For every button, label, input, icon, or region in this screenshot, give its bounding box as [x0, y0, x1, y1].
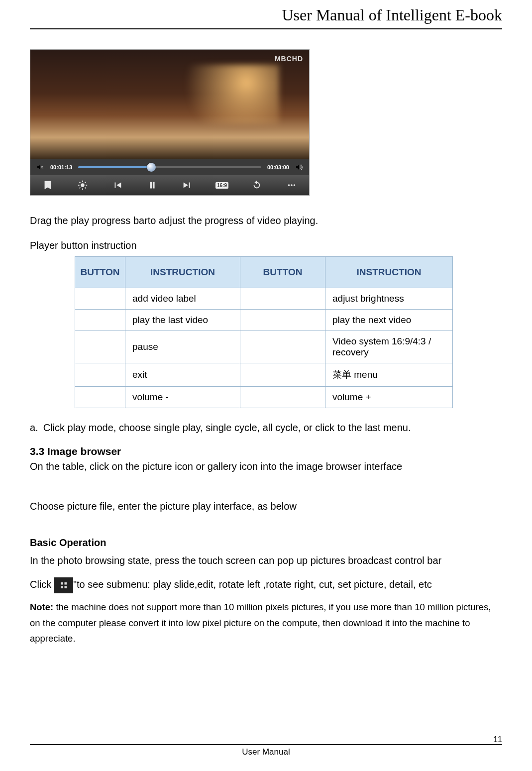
- svg-point-11: [294, 184, 296, 186]
- table-row: exit 菜单 menu: [75, 363, 453, 387]
- video-watermark: MBCHD: [275, 55, 303, 63]
- svg-line-8: [80, 188, 81, 189]
- basic-operation-title: Basic Operation: [30, 537, 502, 549]
- volume-up-icon[interactable]: [295, 163, 303, 171]
- section-3-3-body2: Choose picture file, enter the picture p…: [30, 497, 502, 515]
- bookmark-icon[interactable]: [38, 175, 58, 195]
- note-body: the machine does not support more than 1…: [30, 602, 491, 644]
- footer-label: User Manual: [242, 747, 290, 757]
- previous-icon[interactable]: [107, 175, 127, 195]
- basic-operation-body1: In the photo browsing state, press the t…: [30, 551, 502, 569]
- drag-caption: Drag the play progress barto adjust the …: [30, 212, 502, 229]
- svg-rect-12: [61, 582, 63, 585]
- th-instruction1: INSTRUCTION: [125, 257, 240, 288]
- progress-knob[interactable]: [147, 163, 156, 172]
- svg-rect-13: [64, 582, 67, 585]
- page-number: 11: [493, 735, 502, 744]
- menu-dots-icon: [54, 577, 73, 593]
- list-text: Click play mode, choose single play, sin…: [43, 422, 411, 434]
- time-total: 00:03:00: [267, 164, 289, 170]
- brightness-icon[interactable]: [73, 175, 93, 195]
- svg-line-6: [85, 188, 86, 189]
- note-block: Note: the machine does not support more …: [30, 599, 502, 646]
- section-3-3-body1: On the table, click on the picture icon …: [30, 457, 502, 475]
- controls-bar: 16:9: [30, 175, 309, 195]
- list-marker: a.: [30, 422, 38, 434]
- rotate-icon[interactable]: [247, 175, 267, 195]
- document-header-title: User Manual of Intelligent E-book: [30, 0, 502, 29]
- click-submenu-line: Click "to see submenu: play slide,edit, …: [30, 574, 502, 594]
- progress-track[interactable]: [78, 166, 261, 168]
- table-row: play the last video play the next video: [75, 310, 453, 331]
- instruction-table: BUTTON INSTRUCTION BUTTON INSTRUCTION ad…: [75, 256, 453, 408]
- aspect-ratio-icon[interactable]: 16:9: [212, 175, 232, 195]
- svg-point-9: [288, 184, 290, 186]
- video-frame: MBCHD: [30, 50, 309, 159]
- table-row: volume - volume +: [75, 387, 453, 408]
- volume-down-icon[interactable]: [36, 163, 44, 171]
- th-button2: BUTTON: [240, 257, 325, 288]
- svg-line-5: [80, 182, 81, 183]
- progress-bar[interactable]: 00:01:13 00:03:00: [30, 159, 309, 175]
- pause-icon[interactable]: [142, 175, 162, 195]
- svg-rect-15: [64, 586, 67, 589]
- table-row: pause Video system 16:9/4:3 / recovery: [75, 331, 453, 363]
- svg-rect-14: [61, 586, 63, 589]
- page-footer: 11 User Manual: [30, 744, 502, 757]
- list-item-a: a. Click play mode, choose single play, …: [30, 422, 502, 434]
- video-player: MBCHD 00:01:13 00:03:00: [30, 49, 310, 196]
- time-current: 00:01:13: [50, 164, 72, 170]
- svg-line-7: [85, 182, 86, 183]
- svg-point-10: [291, 184, 293, 186]
- th-button1: BUTTON: [75, 257, 125, 288]
- note-label: Note:: [30, 602, 53, 612]
- th-instruction2: INSTRUCTION: [325, 257, 453, 288]
- table-intro: Player button instruction: [30, 236, 502, 254]
- next-icon[interactable]: [177, 175, 197, 195]
- more-icon[interactable]: [282, 175, 302, 195]
- svg-point-0: [81, 183, 84, 187]
- table-row: add video label adjust brightness: [75, 288, 453, 310]
- section-3-3-title: 3.3 Image browser: [30, 445, 502, 457]
